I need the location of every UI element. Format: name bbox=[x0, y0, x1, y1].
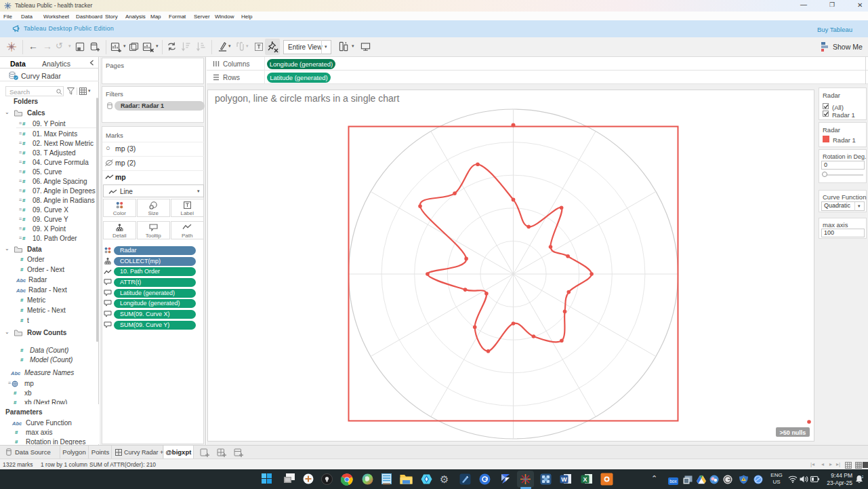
svg-text:box: box bbox=[669, 479, 677, 484]
svg-text:>50 nulls: >50 nulls bbox=[780, 429, 806, 436]
svg-text:X: X bbox=[583, 476, 587, 483]
svg-text:W: W bbox=[561, 476, 567, 483]
svg-text:2: 2 bbox=[862, 475, 863, 479]
